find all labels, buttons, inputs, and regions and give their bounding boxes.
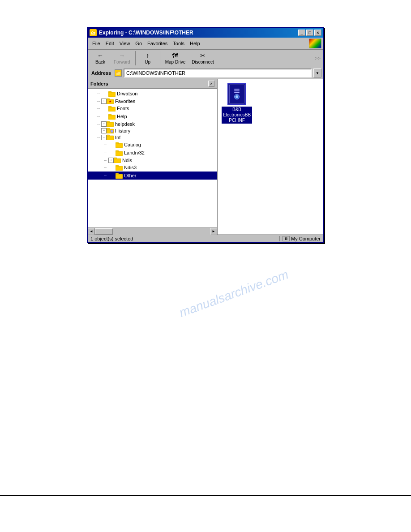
files-panel[interactable]: B&BElectronicsBBPCI.INF [218,79,323,234]
file-label: B&BElectronicsBBPCI.INF [222,107,252,124]
svg-rect-12 [107,128,110,129]
tree-label-history: History [115,128,130,133]
svg-rect-6 [108,106,111,107]
expander-favorites[interactable]: + [101,99,107,104]
svg-rect-25 [116,173,119,175]
folder-icon-catalog [116,142,123,148]
map-drive-icon: 🗺 [172,52,178,59]
minimize-button[interactable]: _ [298,30,305,36]
folder-icon-fonts [108,106,116,112]
folders-close-button[interactable]: × [208,81,214,87]
content-area: Folders × ··· Drwatson [88,79,323,235]
tree-item-help[interactable]: ··· Help [88,112,217,120]
address-folder-icon: 📁 [115,69,122,77]
address-dropdown-button[interactable]: ▼ [313,69,321,77]
svg-point-13 [111,130,113,133]
title-controls: _ □ × [298,30,321,36]
status-right: 🖥 My Computer [279,236,321,241]
expander-history[interactable]: + [101,128,107,133]
menu-favorites[interactable]: Favorites [145,40,170,47]
menu-edit[interactable]: Edit [103,40,117,47]
close-button[interactable]: × [314,30,321,36]
address-input[interactable] [124,69,312,77]
svg-rect-19 [116,150,119,152]
svg-rect-5 [108,107,116,112]
windows-logo [309,39,321,48]
back-label: Back [95,60,105,64]
disconnect-button[interactable]: ✂ Disconnect [189,51,216,65]
h-scroll-right-button[interactable]: ► [210,228,217,235]
tree-item-favorites[interactable]: ··· + ★ Favorites [88,98,217,104]
expander-other [108,172,116,179]
address-label: Address [90,70,113,76]
folders-tree[interactable]: ··· Drwatson ··· + [88,89,217,227]
map-drive-button[interactable]: 🗺 Map Drive [163,51,188,65]
svg-rect-16 [116,143,123,148]
forward-button[interactable]: → Forward [111,51,133,65]
svg-rect-20 [114,159,121,163]
tree-item-drwatson[interactable]: ··· Drwatson [88,90,217,98]
address-bar: Address 📁 ▼ [88,67,323,79]
tree-label-catalog: Catalog [124,142,141,147]
expander-ndis[interactable]: + [108,158,114,163]
bottom-rule [0,495,411,496]
menu-tools[interactable]: Tools [170,40,187,47]
back-button[interactable]: ← Back [90,51,110,65]
up-button[interactable]: ↑ Up [138,51,158,65]
folders-header: Folders × [88,79,217,89]
expander-inf[interactable]: − [101,135,107,140]
status-computer-label: My Computer [291,236,321,241]
tree-item-catalog[interactable]: ··· Catalog [88,141,217,149]
svg-rect-24 [116,174,123,179]
menu-help[interactable]: Help [187,40,203,47]
tree-label-ndis3: Ndis3 [124,165,137,170]
maximize-button[interactable]: □ [306,30,313,36]
toolbar-separator-1 [135,51,136,65]
tree-item-inf[interactable]: ··· − Inf [88,134,217,141]
tree-label-favorites: Favorites [115,99,135,104]
file-item-bb-pci-inf[interactable]: B&BElectronicsBBPCI.INF [221,83,253,124]
file-icon-image [227,83,246,105]
toolbar-more: >> [315,56,321,61]
h-scroll-thumb[interactable] [95,228,113,235]
expander-catalog [108,141,116,148]
tree-item-ndis3[interactable]: ··· Ndis3 [88,163,217,172]
up-icon: ↑ [146,52,149,59]
folder-icon-favorites: ★ [107,98,114,104]
window-title: Exploring - C:\WINDOWS\INF\OTHER [99,30,193,36]
tree-label-inf: Inf [115,135,120,140]
disconnect-icon: ✂ [200,52,206,59]
my-computer-icon: 🖥 [283,236,290,241]
expander-drwatson [101,90,108,97]
window-icon: 🗂 [90,29,97,36]
h-scroll-left-button[interactable]: ◄ [88,228,95,235]
svg-rect-7 [108,115,116,120]
tree-item-helpdesk[interactable]: ··· + helpdesk [88,120,217,127]
tree-item-landrv32[interactable]: ··· Landrv32 [88,149,217,157]
menu-bar: File Edit View Go Favorites Tools Help [88,38,323,50]
svg-rect-15 [107,135,110,136]
folder-icon-helpdesk [107,121,114,127]
menu-view[interactable]: View [117,40,133,47]
tree-item-ndis[interactable]: ··· + Ndis [88,157,217,163]
toolbar: ← Back → Forward ↑ Up 🗺 Map Drive ✂ Disc… [88,50,323,67]
svg-rect-14 [107,136,114,140]
tree-label-drwatson: Drwatson [117,91,137,96]
explorer-window: 🗂 Exploring - C:\WINDOWS\INF\OTHER _ □ ×… [87,27,324,243]
folder-h-scrollbar[interactable]: ◄ ► [88,227,217,235]
forward-label: Forward [114,60,130,64]
folder-icon-help [108,114,116,120]
map-drive-label: Map Drive [165,60,186,64]
menu-file[interactable]: File [90,40,103,47]
expander-landrv32 [108,149,116,156]
svg-rect-18 [116,151,123,156]
status-text: 1 object(s) selected [90,236,279,241]
tree-item-history[interactable]: ··· + History [88,127,217,134]
svg-rect-10 [107,121,110,123]
menu-go[interactable]: Go [133,40,145,47]
tree-item-fonts[interactable]: ··· Fonts [88,104,217,112]
folder-icon-ndis [114,157,121,163]
expander-fonts [101,105,108,112]
expander-helpdesk[interactable]: + [101,121,107,127]
tree-item-other[interactable]: ··· Other [88,172,217,180]
